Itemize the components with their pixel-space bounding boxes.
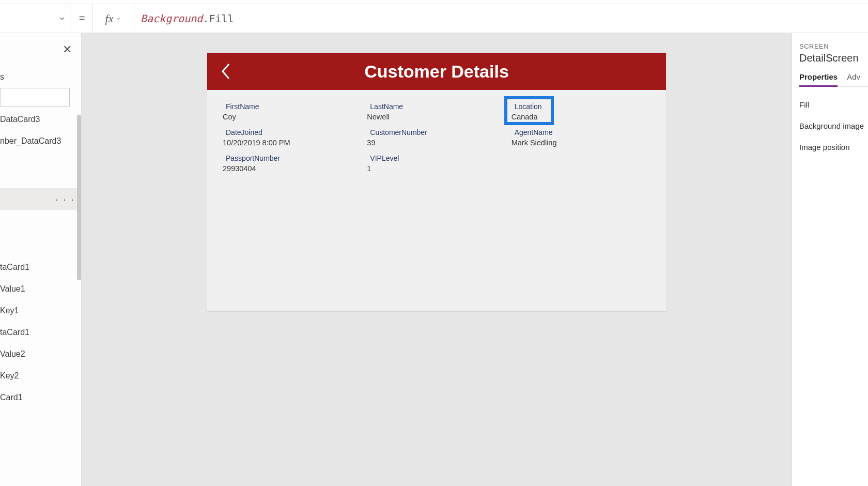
object-type-caption: SCREEN (799, 42, 868, 50)
datacard-location[interactable]: Location Canada (512, 101, 650, 122)
tree-scroll: DataCard3 nber_DataCard3 · · · taCard1 V… (0, 109, 81, 486)
properties-panel: SCREEN DetailScreen Properties Adv Fill … (792, 33, 868, 486)
formula-token-object: Background (141, 12, 203, 25)
screen-title: Customer Details (207, 62, 666, 82)
chevron-left-icon (219, 62, 233, 81)
tree-item[interactable]: Value2 (0, 343, 81, 365)
equals-sign: = (71, 4, 93, 33)
datacard-lastname[interactable]: LastName Newell (367, 101, 506, 122)
datacard-firstname[interactable]: FirstName Coy (223, 101, 362, 122)
field-label: DateJoined (223, 128, 362, 136)
chevron-down-icon (58, 15, 66, 22)
tree-item[interactable]: DataCard3 (0, 109, 81, 130)
tree-item[interactable]: Value1 (0, 278, 81, 300)
field-label: FirstName (223, 102, 362, 111)
tree-item[interactable]: s (0, 66, 81, 88)
scrollbar[interactable] (77, 115, 81, 280)
tree-item[interactable]: Key1 (0, 300, 81, 322)
main-area: ✕ s DataCard3 nber_DataCard3 · · · taCar… (0, 33, 868, 486)
tree-view-panel: ✕ s DataCard3 nber_DataCard3 · · · taCar… (0, 33, 82, 486)
datacard-passportnumber[interactable]: PassportNumber 29930404 (223, 153, 362, 174)
field-label: PassportNumber (223, 154, 362, 162)
app-header: Customer Details (207, 53, 666, 90)
datacard-datejoined[interactable]: DateJoined 10/20/2019 8:00 PM (223, 127, 362, 148)
fx-label: fx (105, 12, 114, 25)
chevron-down-icon (115, 16, 121, 22)
fx-button[interactable]: fx (93, 4, 134, 33)
field-value: 1 (367, 164, 506, 173)
tree-item[interactable]: nber_DataCard3 (0, 130, 81, 152)
datacard-customernumber[interactable]: CustomerNumber 39 (367, 127, 506, 148)
search-row (0, 88, 81, 109)
back-button[interactable] (216, 62, 235, 81)
field-value: Newell (367, 113, 506, 121)
field-label: Location (512, 102, 650, 111)
formula-bar: = fx Background.Fill (0, 4, 868, 33)
search-input[interactable] (0, 88, 70, 107)
tree-item[interactable]: taCard1 (0, 322, 81, 343)
ribbon-sliver (0, 0, 868, 4)
datacard-viplevel[interactable]: VIPLevel 1 (367, 153, 506, 174)
field-value: Mark Siedling (512, 139, 650, 147)
formula-token-dot: . (203, 12, 209, 25)
property-background-image[interactable]: Background image (799, 115, 868, 136)
object-name: DetailScreen (799, 52, 868, 64)
field-label: AgentName (512, 128, 650, 136)
property-fill[interactable]: Fill (799, 94, 868, 115)
detail-form: FirstName Coy LastName Newell Location C… (207, 90, 666, 311)
field-value: 29930404 (223, 164, 362, 173)
field-value: 10/20/2019 8:00 PM (223, 139, 362, 147)
property-image-position[interactable]: Image position (799, 136, 868, 158)
field-value: Coy (223, 113, 362, 121)
close-icon[interactable]: ✕ (63, 43, 72, 56)
field-label: VIPLevel (367, 154, 506, 162)
tree-item[interactable]: Card1 (0, 387, 81, 408)
more-icon[interactable]: · · · (55, 193, 75, 205)
properties-tabs: Properties Adv (799, 72, 868, 87)
field-value: 39 (367, 139, 506, 147)
tree-view-header: ✕ (0, 33, 81, 66)
field-label: CustomerNumber (367, 128, 506, 136)
tree-item[interactable]: taCard1 (0, 256, 81, 278)
datacard-agentname[interactable]: AgentName Mark Siedling (512, 127, 650, 148)
tab-advanced[interactable]: Adv (847, 72, 860, 86)
property-selector[interactable] (0, 4, 71, 33)
app-screen: Customer Details FirstName Coy LastName … (207, 53, 666, 311)
formula-input[interactable]: Background.Fill (134, 4, 868, 33)
formula-token-property: Fill (209, 12, 234, 25)
field-value: Canada (512, 113, 650, 121)
tab-properties[interactable]: Properties (799, 72, 838, 87)
canvas[interactable]: Customer Details FirstName Coy LastName … (82, 33, 792, 486)
field-label: LastName (367, 102, 506, 111)
tree-item[interactable]: Key2 (0, 365, 81, 387)
tree-item-selected[interactable]: · · · (0, 188, 81, 210)
